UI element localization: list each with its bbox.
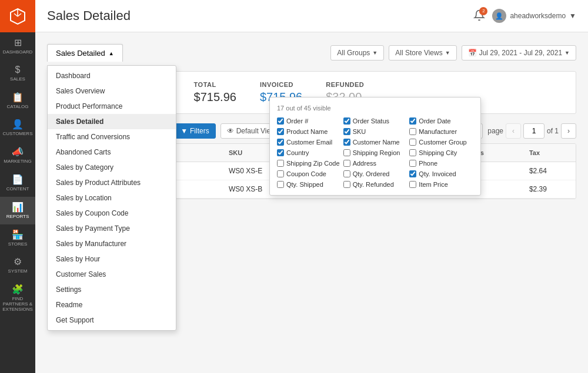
dropdown-item-get-support[interactable]: Get Support — [48, 312, 176, 328]
store-filter[interactable]: All Store Views ▼ — [389, 45, 456, 61]
column-check-customer-name[interactable]: Customer Name — [343, 139, 407, 146]
column-checkbox-order-date[interactable] — [409, 117, 416, 125]
column-checkbox-qty.-ordered[interactable] — [343, 170, 350, 177]
column-checkbox-coupon-code[interactable] — [277, 170, 284, 177]
sidebar-item-sales[interactable]: $SALES — [0, 60, 35, 87]
dropdown-item-sales-by-product-attributes[interactable]: Sales by Product Attributes — [48, 175, 176, 190]
sidebar-item-marketing[interactable]: 📣MARKETING — [0, 142, 35, 169]
dropdown-item-sales-by-hour[interactable]: Sales by Hour — [48, 251, 176, 267]
dropdown-item-sales-by-manufacturer[interactable]: Sales by Manufacturer — [48, 236, 176, 251]
sidebar-item-label-dashboard: DASHBOARD — [3, 50, 33, 55]
dropdown-item-customer-sales[interactable]: Customer Sales — [48, 267, 176, 282]
stat-total-value: $715.96 — [194, 90, 236, 104]
column-checkbox-sku[interactable] — [343, 128, 350, 135]
column-label-shipping-city: Shipping City — [419, 149, 457, 156]
column-checkbox-address[interactable] — [343, 160, 350, 167]
column-checkbox-phone[interactable] — [409, 160, 416, 167]
notification-badge: 2 — [479, 7, 487, 15]
sidebar-item-system[interactable]: ⚙SYSTEM — [0, 251, 35, 279]
column-check-order-#[interactable]: Order # — [277, 117, 341, 125]
sidebar-item-stores[interactable]: 🏪STORES — [0, 224, 35, 252]
dropdown-item-product-performance[interactable]: Product Performance — [48, 99, 176, 114]
columns-panel-header: 17 out of 45 visible — [277, 105, 473, 112]
column-checkbox-customer-group[interactable] — [409, 139, 416, 146]
column-check-qty.-shipped[interactable]: Qty. Shipped — [277, 181, 341, 188]
columns-grid: Order #Order StatusOrder DateProduct Nam… — [277, 117, 473, 188]
column-label-qty.-shipped: Qty. Shipped — [286, 181, 323, 188]
dropdown-item-sales-by-category[interactable]: Sales by Category — [48, 160, 176, 175]
report-header-controls: All Groups ▼ All Store Views ▼ 📅 Jul 29,… — [330, 45, 576, 61]
column-check-address[interactable]: Address — [343, 160, 407, 167]
stores-icon: 🏪 — [12, 229, 24, 240]
prev-page-button[interactable]: ‹ — [506, 123, 521, 139]
column-check-order-date[interactable]: Order Date — [409, 117, 473, 125]
column-checkbox-order-#[interactable] — [277, 117, 284, 125]
column-checkbox-shipping-city[interactable] — [409, 149, 416, 156]
column-checkbox-item-price[interactable] — [409, 181, 416, 188]
column-check-shipping-city[interactable]: Shipping City — [409, 149, 473, 156]
column-check-qty.-ordered[interactable]: Qty. Ordered — [343, 170, 407, 177]
sidebar-item-dashboard[interactable]: ⊞DASHBOARD — [0, 32, 35, 60]
dropdown-item-sales-detailed[interactable]: Sales Detailed — [48, 114, 176, 129]
page-input[interactable] — [523, 123, 544, 139]
column-label-customer-email: Customer Email — [286, 139, 332, 146]
column-check-country[interactable]: Country — [277, 149, 341, 156]
column-label-item-price: Item Price — [419, 181, 448, 188]
user-menu[interactable]: 👤 aheadworksdemo ▼ — [492, 9, 576, 23]
column-checkbox-qty.-refunded[interactable] — [343, 181, 350, 188]
column-check-qty.-invoiced[interactable]: Qty. Invoiced — [409, 170, 473, 177]
dropdown-item-sales-by-location[interactable]: Sales by Location — [48, 190, 176, 206]
column-check-coupon-code[interactable]: Coupon Code — [277, 170, 341, 177]
columns-panel: 17 out of 45 visible Order #Order Status… — [269, 97, 481, 196]
column-checkbox-customer-name[interactable] — [343, 139, 350, 146]
sidebar: ⊞DASHBOARD$SALES📋CATALOG👤CUSTOMERS📣MARKE… — [0, 0, 35, 373]
column-check-item-price[interactable]: Item Price — [409, 181, 473, 188]
column-checkbox-shipping-zip-code[interactable] — [277, 160, 284, 167]
column-check-shipping-zip-code[interactable]: Shipping Zip Code — [277, 160, 341, 167]
column-label-shipping-region: Shipping Region — [353, 149, 400, 156]
column-checkbox-shipping-region[interactable] — [343, 149, 350, 156]
dropdown-item-readme[interactable]: Readme — [48, 297, 176, 312]
sidebar-item-extensions[interactable]: 🧩FIND PARTNERS & EXTENSIONS — [0, 279, 35, 317]
column-checkbox-qty.-shipped[interactable] — [277, 181, 284, 188]
column-check-manufacturer[interactable]: Manufacturer — [409, 128, 473, 135]
column-checkbox-country[interactable] — [277, 149, 284, 156]
groups-label: All Groups — [337, 49, 370, 57]
user-dropdown-arrow: ▼ — [569, 12, 576, 20]
sidebar-item-reports[interactable]: 📊REPORTS — [0, 197, 35, 224]
column-checkbox-customer-email[interactable] — [277, 139, 284, 146]
next-page-button[interactable]: › — [561, 123, 576, 139]
column-label-customer-name: Customer Name — [353, 139, 400, 146]
column-label-manufacturer: Manufacturer — [419, 128, 457, 135]
dropdown-item-sales-by-coupon-code[interactable]: Sales by Coupon Code — [48, 206, 176, 221]
column-check-customer-group[interactable]: Customer Group — [409, 139, 473, 146]
filters-button[interactable]: ▼ Filters — [174, 123, 216, 139]
notification-bell[interactable]: 2 — [473, 9, 485, 23]
report-tab-button[interactable]: Sales Detailed ▲ — [47, 44, 123, 62]
report-dropdown-menu: DashboardSales OverviewProduct Performan… — [47, 65, 176, 331]
column-check-sku[interactable]: SKU — [343, 128, 407, 135]
column-checkbox-product-name[interactable] — [277, 128, 284, 135]
dropdown-item-sales-overview[interactable]: Sales Overview — [48, 83, 176, 99]
column-check-customer-email[interactable]: Customer Email — [277, 139, 341, 146]
dropdown-item-abandoned-carts[interactable]: Abandoned Carts — [48, 145, 176, 160]
column-checkbox-qty.-invoiced[interactable] — [409, 170, 416, 177]
dropdown-item-dashboard[interactable]: Dashboard — [48, 68, 176, 83]
column-check-shipping-region[interactable]: Shipping Region — [343, 149, 407, 156]
column-checkbox-order-status[interactable] — [343, 117, 350, 125]
dropdown-item-settings[interactable]: Settings — [48, 282, 176, 297]
dropdown-item-sales-by-payment-type[interactable]: Sales by Payment Type — [48, 221, 176, 236]
date-label: Jul 29, 2021 - Jul 29, 2021 — [479, 49, 562, 57]
column-check-qty.-refunded[interactable]: Qty. Refunded — [343, 181, 407, 188]
date-filter[interactable]: 📅 Jul 29, 2021 - Jul 29, 2021 ▼ — [462, 45, 576, 61]
column-check-phone[interactable]: Phone — [409, 160, 473, 167]
groups-filter[interactable]: All Groups ▼ — [330, 45, 384, 61]
column-label-customer-group: Customer Group — [419, 139, 466, 146]
dropdown-item-traffic-and-conversions[interactable]: Traffic and Conversions — [48, 129, 176, 145]
column-checkbox-manufacturer[interactable] — [409, 128, 416, 135]
column-check-order-status[interactable]: Order Status — [343, 117, 407, 125]
sidebar-item-content[interactable]: 📄CONTENT — [0, 169, 35, 197]
column-check-product-name[interactable]: Product Name — [277, 128, 341, 135]
sidebar-item-catalog[interactable]: 📋CATALOG — [0, 87, 35, 115]
sidebar-item-customers[interactable]: 👤CUSTOMERS — [0, 114, 35, 142]
